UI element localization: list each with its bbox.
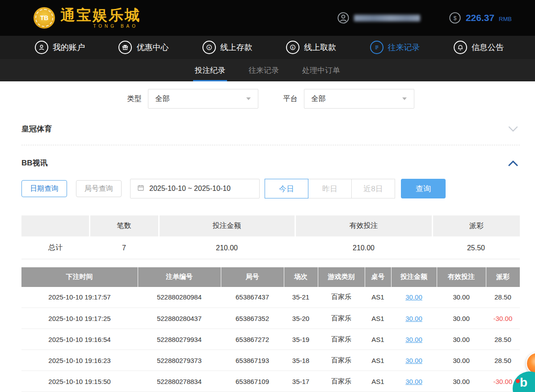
nav-item-my-account[interactable]: 我的账户: [35, 41, 85, 54]
table-cell: 30.00: [437, 287, 486, 308]
user-icon: [35, 41, 48, 54]
nav-item-deposit[interactable]: ¥ 线上存款: [202, 41, 253, 54]
detail-header-cell: 投注金额: [391, 267, 437, 287]
nav-label: 线上存款: [220, 42, 253, 53]
sub-tab-bar: 投注纪录 往来记录 处理中订单: [0, 59, 535, 81]
username-redacted: [354, 15, 420, 21]
brand-name: 通宝娱乐城: [60, 8, 141, 22]
balance: $ 226.37 RMB: [449, 12, 512, 24]
detail-header-cell: 派彩: [486, 267, 520, 287]
platform-select[interactable]: 全部: [304, 89, 414, 109]
round-query-button[interactable]: 局号查询: [76, 180, 122, 197]
casino-chip-icon: TB: [34, 7, 55, 29]
table-cell: 35-17: [284, 371, 318, 392]
today-button[interactable]: 今日: [265, 179, 308, 198]
tab-transaction-records[interactable]: 往来记录: [247, 59, 281, 81]
detail-header-cell: 场次: [284, 267, 318, 287]
brand-subtitle: TONG BAO: [60, 24, 141, 29]
nav-item-announcements[interactable]: 信息公告: [454, 41, 504, 54]
search-button[interactable]: 查询: [401, 179, 446, 198]
section-bb-video[interactable]: BB视讯: [21, 145, 520, 168]
section-crown-sports[interactable]: 皇冠体育: [21, 109, 520, 145]
tab-processing-orders[interactable]: 处理中订单: [300, 59, 342, 81]
summary-table: 笔数 投注金额 有效投注 派彩 总计 7 210.00 210.00 25.50: [21, 215, 520, 259]
platform-filter-group: 平台 全部: [283, 89, 414, 109]
summary-payout: 25.50: [432, 237, 520, 259]
brand-text: 通宝娱乐城 TONG BAO: [60, 8, 141, 29]
chevron-down-icon[interactable]: [508, 126, 518, 132]
table-cell: 2025-10-10 19:16:23: [21, 350, 138, 371]
bet-amount-link[interactable]: 30.00: [391, 350, 437, 371]
last-8-days-button[interactable]: 近8日: [351, 179, 395, 198]
query-bar: 日期查询 局号查询 2025-10-10 ~ 2025-10-10 今日 昨日 …: [21, 179, 520, 198]
summary-header-cell: 派彩: [432, 215, 520, 237]
table-cell: 653867109: [221, 371, 284, 392]
table-cell: AS1: [365, 287, 391, 308]
nav-label: 往来记录: [388, 42, 420, 53]
bet-amount-link[interactable]: 30.00: [391, 371, 437, 392]
filter-row: 类型 全部 平台 全部: [21, 89, 520, 109]
table-cell: 百家乐: [318, 329, 365, 350]
nav-item-withdraw[interactable]: $ 线上取款: [286, 41, 336, 54]
table-cell: AS1: [365, 308, 391, 329]
date-range-input[interactable]: 2025-10-10 ~ 2025-10-10: [130, 179, 260, 198]
table-cell: 百家乐: [318, 287, 365, 308]
chevron-up-icon[interactable]: [508, 160, 518, 166]
table-cell: AS1: [365, 371, 391, 392]
user-icon: [337, 12, 350, 24]
tab-betting-records[interactable]: 投注纪录: [193, 59, 227, 81]
nav-label: 线上取款: [304, 42, 336, 53]
user-account[interactable]: [337, 12, 420, 24]
table-cell: 522880279373: [138, 350, 221, 371]
table-cell: 百家乐: [318, 308, 365, 329]
bet-amount-link[interactable]: 30.00: [391, 308, 437, 329]
payout-value: 28.50: [486, 287, 520, 308]
bet-amount-link[interactable]: 30.00: [391, 287, 437, 308]
table-cell: 653867272: [221, 329, 284, 350]
detail-header-cell: 有效投注: [437, 267, 486, 287]
date-range-value: 2025-10-10 ~ 2025-10-10: [149, 185, 231, 193]
section-title: BB视讯: [21, 158, 48, 168]
table-row: 2025-10-10 19:15:50522880278834653867109…: [21, 371, 520, 392]
table-row: 2025-10-10 19:16:23522880279373653867193…: [21, 350, 520, 371]
yesterday-button[interactable]: 昨日: [308, 179, 352, 198]
detail-header-cell: 注单编号: [138, 267, 221, 287]
table-cell: AS1: [365, 350, 391, 371]
records-icon: [370, 41, 383, 54]
detail-header-row: 下注时间 注单编号 局号 场次 游戏类别 桌号 投注金额 有效投注 派彩: [21, 267, 520, 287]
table-cell: AS1: [365, 329, 391, 350]
platform-filter-label: 平台: [283, 94, 298, 104]
nav-label: 优惠中心: [136, 42, 169, 53]
detail-header-cell: 桌号: [365, 267, 391, 287]
balance-currency: RMB: [499, 16, 512, 22]
bet-amount-link[interactable]: 30.00: [391, 329, 437, 350]
summary-header-cell: 笔数: [89, 215, 159, 237]
table-cell: 35-21: [284, 287, 318, 308]
page: TB 通宝娱乐城 TONG BAO $: [0, 0, 535, 392]
table-cell: 653867193: [221, 350, 284, 371]
date-query-button[interactable]: 日期查询: [21, 180, 67, 197]
summary-valid-bet: 210.00: [295, 237, 432, 259]
bell-icon: [454, 41, 467, 54]
table-cell: 35-19: [284, 329, 318, 350]
type-select[interactable]: 全部: [148, 89, 258, 109]
table-cell: 2025-10-10 19:15:50: [21, 371, 138, 392]
table-cell: 30.00: [437, 371, 486, 392]
section-title: 皇冠体育: [21, 124, 52, 134]
summary-header-cell: [21, 215, 89, 237]
nav-item-promotions[interactable]: 优惠中心: [118, 41, 169, 54]
table-cell: 522880278834: [138, 371, 221, 392]
type-filter-group: 类型 全部: [127, 89, 258, 109]
deposit-coin-icon: ¥: [202, 41, 216, 54]
coin-icon[interactable]: $: [449, 12, 461, 24]
balance-amount: 226.37: [466, 13, 494, 23]
nav-item-records[interactable]: 往来记录: [370, 41, 420, 54]
table-cell: 百家乐: [318, 371, 365, 392]
svg-text:$: $: [453, 15, 456, 21]
table-cell: 30.00: [437, 329, 486, 350]
withdraw-coin-icon: $: [286, 41, 299, 54]
svg-text:$: $: [292, 46, 294, 49]
quick-date-segment: 今日 昨日 近8日: [265, 179, 395, 198]
brand-logo[interactable]: TB 通宝娱乐城 TONG BAO: [34, 7, 141, 29]
top-header: TB 通宝娱乐城 TONG BAO $: [0, 0, 535, 36]
